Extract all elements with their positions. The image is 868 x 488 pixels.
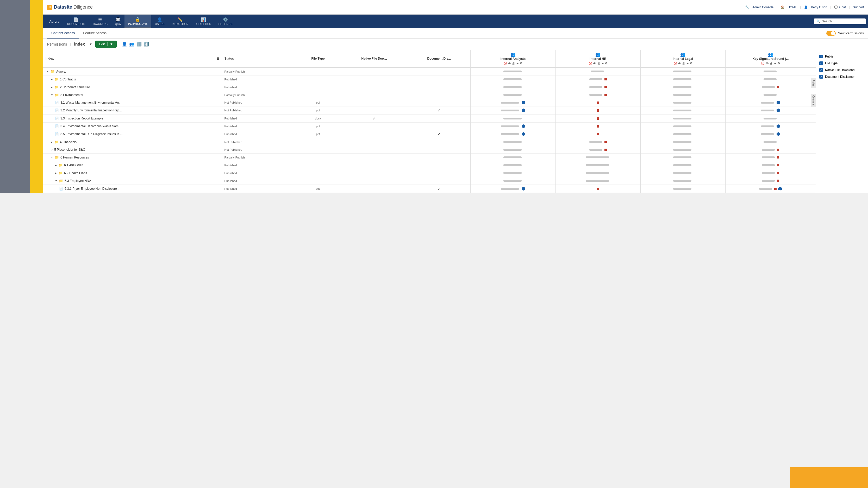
nav-redaction[interactable]: ✏️ REDACTION <box>168 14 192 28</box>
cell-group-2[interactable] <box>641 130 725 138</box>
cell-group-1[interactable] <box>556 185 641 193</box>
cell-group-2[interactable] <box>641 138 725 146</box>
cell-group-1[interactable] <box>556 123 641 130</box>
cell-group-0[interactable] <box>471 99 556 106</box>
cell-group-2[interactable] <box>641 99 725 106</box>
expand-icon[interactable]: ▶ <box>55 172 57 174</box>
cell-group-2[interactable] <box>641 123 725 130</box>
nav-documents[interactable]: 📄 DOCUMENTS <box>64 14 89 28</box>
cell-group-3[interactable] <box>725 83 816 91</box>
roles-tab[interactable]: Roles <box>811 78 816 88</box>
filetype-checkbox[interactable]: ✓ <box>819 61 823 65</box>
cell-group-3[interactable] <box>725 99 816 106</box>
nav-trackers[interactable]: ☰ TRACKERS <box>89 14 111 28</box>
cell-group-2[interactable] <box>641 83 725 91</box>
cell-group-0[interactable] <box>471 115 556 123</box>
cell-group-1[interactable] <box>556 106 641 115</box>
cell-group-3[interactable] <box>725 154 816 161</box>
collapse-icon[interactable]: ▼ <box>55 180 57 182</box>
cell-group-2[interactable] <box>641 161 725 169</box>
cell-group-2[interactable] <box>641 177 725 185</box>
cell-group-1[interactable] <box>556 115 641 123</box>
native-download-checkbox[interactable]: ✓ <box>819 68 823 72</box>
cell-group-3[interactable] <box>725 115 816 123</box>
cell-group-2[interactable] <box>641 67 725 75</box>
tab-content-access[interactable]: Content Access <box>47 28 79 38</box>
columns-tab[interactable]: Columns <box>811 94 816 107</box>
collapse-icon[interactable]: ▼ <box>51 94 53 96</box>
expand-icon[interactable]: ▶ <box>55 164 57 167</box>
cell-group-1[interactable] <box>556 91 641 99</box>
doc-disclaimer-checkbox[interactable]: ✓ <box>819 75 823 78</box>
cell-group-2[interactable] <box>641 169 725 177</box>
nav-users[interactable]: 👤 USERS <box>151 14 168 28</box>
chat-button[interactable]: 💬 Chat <box>834 5 846 9</box>
nav-settings[interactable]: ⚙️ SETTINGS <box>215 14 236 28</box>
collapse-icon[interactable]: ▼ <box>46 70 49 73</box>
cell-group-3[interactable] <box>725 91 816 99</box>
cell-group-3[interactable] <box>725 169 816 177</box>
info-icon[interactable]: ℹ️ <box>136 42 142 46</box>
cell-group-0[interactable] <box>471 91 556 99</box>
download-icon[interactable]: ⬇️ <box>144 42 149 46</box>
cell-group-0[interactable] <box>471 75 556 83</box>
cell-group-2[interactable] <box>641 106 725 115</box>
publish-checkbox[interactable]: ✓ <box>819 55 823 58</box>
cell-group-0[interactable] <box>471 185 556 193</box>
cell-group-2[interactable] <box>641 75 725 83</box>
cell-group-2[interactable] <box>641 91 725 99</box>
cell-group-0[interactable] <box>471 161 556 169</box>
cell-group-1[interactable] <box>556 99 641 106</box>
cell-group-1[interactable] <box>556 83 641 91</box>
nav-analytics[interactable]: 📊 ANALYTICS <box>192 14 215 28</box>
nav-qa[interactable]: 💬 Q&A <box>111 14 124 28</box>
nav-permissions[interactable]: 🔒 PERMISSIONS <box>124 14 151 28</box>
cell-group-0[interactable] <box>471 154 556 161</box>
cell-group-0[interactable] <box>471 130 556 138</box>
cell-group-2[interactable] <box>641 115 725 123</box>
cell-group-1[interactable] <box>556 67 641 75</box>
cell-group-0[interactable] <box>471 106 556 115</box>
edit-button[interactable]: Edit ▼ <box>95 41 117 47</box>
cell-group-3[interactable] <box>725 146 816 154</box>
admin-console-link[interactable]: Admin Console <box>752 5 773 9</box>
sort-icon[interactable]: ☰ <box>216 57 219 60</box>
cell-group-0[interactable] <box>471 123 556 130</box>
cell-group-0[interactable] <box>471 146 556 154</box>
support-link[interactable]: Support <box>853 5 864 9</box>
edit-dropdown-arrow[interactable]: ▼ <box>107 42 113 46</box>
search-input[interactable] <box>822 20 863 23</box>
cell-group-2[interactable] <box>641 185 725 193</box>
cell-group-1[interactable] <box>556 169 641 177</box>
cell-group-0[interactable] <box>471 83 556 91</box>
collapse-icon[interactable]: ▼ <box>51 156 53 159</box>
index-dropdown-arrow[interactable]: ▼ <box>89 42 92 46</box>
users-group-icon[interactable]: 👥 <box>129 42 134 46</box>
cell-group-0[interactable] <box>471 177 556 185</box>
cell-group-3[interactable] <box>725 138 816 146</box>
cell-group-1[interactable] <box>556 138 641 146</box>
cell-group-1[interactable] <box>556 177 641 185</box>
home-link[interactable]: HOME <box>787 5 797 9</box>
user-add-icon[interactable]: 👤 <box>122 42 127 46</box>
cell-group-1[interactable] <box>556 161 641 169</box>
cell-group-3[interactable] <box>725 185 816 193</box>
cell-group-3[interactable] <box>725 130 816 138</box>
cell-group-1[interactable] <box>556 146 641 154</box>
cell-group-3[interactable] <box>725 177 816 185</box>
tab-feature-access[interactable]: Feature Access <box>79 28 111 38</box>
cell-group-3[interactable] <box>725 161 816 169</box>
cell-group-2[interactable] <box>641 154 725 161</box>
cell-group-3[interactable] <box>725 75 816 83</box>
cell-group-1[interactable] <box>556 75 641 83</box>
cell-group-1[interactable] <box>556 130 641 138</box>
cell-group-3[interactable] <box>725 106 816 115</box>
cell-group-1[interactable] <box>556 154 641 161</box>
user-link[interactable]: Betty Olson <box>811 5 827 9</box>
new-permissions-switch[interactable] <box>826 31 836 36</box>
expand-icon[interactable]: ▶ <box>51 78 53 81</box>
expand-icon[interactable]: ▶ <box>51 141 53 143</box>
cell-group-3[interactable] <box>725 67 816 75</box>
cell-group-2[interactable] <box>641 146 725 154</box>
cell-group-0[interactable] <box>471 138 556 146</box>
